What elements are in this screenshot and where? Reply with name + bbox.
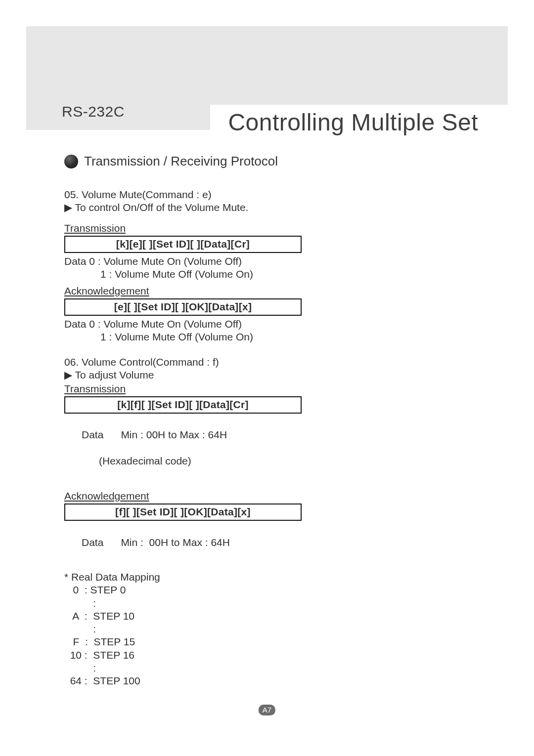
command-05-block: 05. Volume Mute(Command : e) ▶ To contro… [64,189,381,343]
command-06-block: 06. Volume Control(Command : f) ▶ To adj… [64,356,381,562]
mapping-row: : [64,662,381,674]
ack-label-06: Acknowledgement [64,490,149,502]
page-number-badge: A7 [259,705,275,715]
mapping-row: 10 : STEP 16 [64,649,381,662]
bullet-sphere-icon [64,155,78,168]
mapping-row: 64 : STEP 100 [64,674,381,687]
command-05-desc: ▶ To control On/Off of the Volume Mute. [64,202,381,213]
ack-data-05-l2: 1 : Volume Mute Off (Volume On) [64,331,381,343]
command-06-title: 06. Volume Control(Command : f) [64,356,381,368]
tx-data-05-l2: 1 : Volume Mute Off (Volume On) [64,268,381,281]
ack-code-05: [e][ ][Set ID][ ][OK][Data][x] [64,298,302,316]
tx-data-06-l1: Data Min : 00H to Max : 64H [82,429,227,440]
mapping-title: * Real Data Mapping [64,571,381,584]
mapping-row: : [64,623,381,635]
real-data-mapping: * Real Data Mapping 0 : STEP 0 : A : STE… [64,571,381,687]
tx-data-05: Data 0 : Volume Mute On (Volume Off) 1 :… [64,255,381,281]
ack-label-05: Acknowledgement [64,285,149,297]
command-05-title: 05. Volume Mute(Command : e) [64,189,381,201]
mapping-row: 0 : STEP 0 [64,584,381,596]
section-heading-row: Transmission / Receiving Protocol [64,154,381,169]
ack-data-05-l1: Data 0 : Volume Mute On (Volume Off) [64,318,242,330]
mapping-row: : [64,597,381,610]
transmission-label: Transmission [64,222,126,234]
mapping-row: F : STEP 15 [64,635,381,648]
ack-data-06-l1: Data Min : 00H to Max : 64H [82,537,230,548]
content-area: Transmission / Receiving Protocol 05. Vo… [64,154,381,687]
ack-code-06: [f][ ][Set ID][ ][OK][Data][x] [64,504,302,521]
header-title: Controlling Multiple Set [210,105,508,136]
transmission-code-06: [k][f][ ][Set ID][ ][Data][Cr] [64,396,302,414]
ack-data-06: Data Min : 00H to Max : 64H [64,523,381,562]
tx-data-06: Data Min : 00H to Max : 64H (Hexadecimal… [64,416,381,480]
command-06-desc: ▶ To adjust Volume [64,369,381,381]
transmission-label-06: Transmission [64,383,126,395]
tx-data-06-l2: (Hexadecimal code) [82,455,191,466]
ack-data-05: Data 0 : Volume Mute On (Volume Off) 1 :… [64,318,381,344]
section-title: Transmission / Receiving Protocol [84,154,278,169]
transmission-code-05: [k][e][ ][Set ID][ ][Data][Cr] [64,236,302,253]
tx-data-05-l1: Data 0 : Volume Mute On (Volume Off) [64,255,242,267]
header-band: RS-232C Controlling Multiple Set [26,26,508,130]
mapping-row: A : STEP 10 [64,610,381,623]
header-label: RS-232C [26,103,125,130]
